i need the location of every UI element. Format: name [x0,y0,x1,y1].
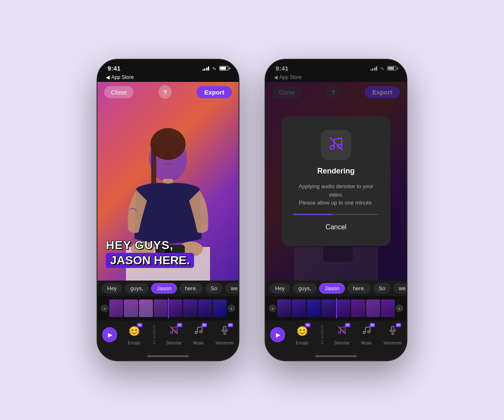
tool-ai-audio-1: AI AUDIO [151,325,157,344]
progress-bar-wrap [293,214,379,215]
word-chip-we-1[interactable]: we [225,283,239,294]
tool-play-1[interactable]: ▶ [102,327,117,342]
music-icon-1 [194,326,203,337]
wifi-icon-2: ∿ [380,66,384,71]
status-time-2: 9:41 [276,65,289,72]
wifi-icon-1: ∿ [212,66,216,71]
word-chip-guys-1[interactable]: guys, [125,283,149,294]
render-description: Applying audio denoise to your video.Ple… [293,182,379,207]
emojis-icon-wrap-1: 😊 AI [126,324,142,339]
caption-overlay-1: HEY GUYS, JASON HERE. [106,239,194,268]
frame-2-2 [292,299,306,317]
word-chip-jason-2[interactable]: Jason [319,283,345,294]
tool-ai-audio-2: AI AUDIO [319,325,325,344]
svg-point-11 [173,154,176,157]
voiceover-label-1: Voiceover [215,341,234,345]
signal-icon-1 [202,66,210,71]
svg-point-16 [200,331,202,333]
battery-icon-2 [387,66,396,71]
emojis-icon-1: 😊 [129,326,140,337]
word-chip-hey-2[interactable]: Hey [270,283,290,294]
back-arrow-2: ◀ [274,74,278,80]
music-ai-badge-1: AI [202,323,207,327]
play-button-1[interactable]: ▶ [102,327,117,342]
emojis-label-2: Emojis [296,341,308,345]
cancel-button[interactable]: Cancel [319,222,353,233]
word-chip-guys-2[interactable]: guys, [293,283,317,294]
home-indicator-2 [265,352,407,360]
denoise-render-icon [328,136,344,154]
back-arrow-1: ◀ [106,74,110,80]
frame-2-3 [307,299,321,317]
app-store-bar-1: ◀ App Store [97,74,239,82]
denoise-label-1: Denoise [166,341,182,345]
tool-music-2[interactable]: AI Music [359,324,374,345]
frame-2-7 [366,299,380,317]
word-chip-here-2[interactable]: here. [347,283,371,294]
status-bar-2: 9:41 ∿ [265,60,407,74]
play-button-2[interactable]: ▶ [270,327,285,342]
svg-point-15 [195,331,197,334]
voiceover-icon-wrap-2: AI [385,324,400,339]
close-button-1[interactable]: Close [104,86,134,98]
word-chip-so-1[interactable]: So [205,283,223,294]
timeline-nav-right-1[interactable]: › [228,304,235,312]
tool-play-2[interactable]: ▶ [270,327,285,342]
timeline-cursor-2 [336,298,337,319]
bottom-toolbar-2: ▶ 😊 AI Emojis AI AUDIO [265,320,407,352]
denoise-ai-badge-2: AI [345,323,350,327]
video-area-1: Close ? Export HEY GUYS, JASON HERE. [97,82,239,281]
emojis-icon-wrap-2: 😊 AI [294,324,310,339]
tool-denoise-1[interactable]: AI Denoise [166,324,182,345]
ai-audio-label-1: AI AUDIO [151,325,157,344]
word-chip-here-1[interactable]: here. [179,283,203,294]
tool-emojis-2[interactable]: 😊 AI Emojis [294,324,310,345]
app-store-text-1: App Store [111,74,134,80]
music-icon-wrap-1: AI [191,324,206,339]
voiceover-ai-badge-1: AI [228,323,233,327]
frame-3 [139,299,153,317]
timeline-cursor-1 [168,298,169,319]
frame-4 [154,299,168,317]
help-button-1[interactable]: ? [158,85,172,99]
play-icon-1: ▶ [108,331,113,338]
denoise-icon-wrap-2: AI [334,324,349,339]
tool-voiceover-1[interactable]: AI Voiceover [215,324,234,345]
timeline-2: ‹ › [265,296,407,320]
tool-music-1[interactable]: AI Music [191,324,206,345]
word-chip-we-2[interactable]: we [393,283,407,294]
tool-denoise-2[interactable]: AI Denoise [334,324,350,345]
frame-2-8 [381,299,395,317]
voiceover-icon-1 [220,326,229,337]
caption-line1: HEY GUYS, [106,239,194,252]
video-top-bar-1: Close ? Export [97,82,239,102]
render-title: Rendering [317,167,354,176]
svg-point-12 [171,331,173,334]
word-chip-so-2[interactable]: So [373,283,391,294]
timeline-1: ‹ › [97,296,239,320]
timeline-nav-left-1[interactable]: ‹ [101,304,108,312]
battery-icon-1 [219,66,228,71]
rendering-modal-overlay: Rendering Applying audio denoise to your… [265,82,407,281]
timeline-nav-right-2[interactable]: › [396,304,403,312]
word-chip-hey-1[interactable]: Hey [102,283,122,294]
home-bar-1 [147,355,189,357]
music-icon-wrap-2: AI [359,324,374,339]
word-chip-jason-1[interactable]: Jason [151,283,177,294]
phone-2: 9:41 ∿ ◀ App Store [265,59,407,361]
frame-2-4 [322,299,336,317]
voiceover-icon-2 [388,326,397,337]
voiceover-label-2: Voiceover [383,341,402,345]
music-icon-2 [362,326,371,337]
tool-emojis-1[interactable]: 😊 AI Emojis [126,324,142,345]
tool-voiceover-2[interactable]: AI Voiceover [383,324,402,345]
denoise-label-2: Denoise [334,341,350,345]
svg-point-32 [368,331,370,333]
frame-7 [198,299,212,317]
word-chips-1: Hey guys, Jason here. So we have [97,281,239,296]
export-button-1[interactable]: Export [197,86,232,98]
frame-5 [168,299,182,317]
frame-2-5 [336,299,350,317]
timeline-nav-left-2[interactable]: ‹ [269,304,276,312]
render-icon-wrap [321,130,351,160]
